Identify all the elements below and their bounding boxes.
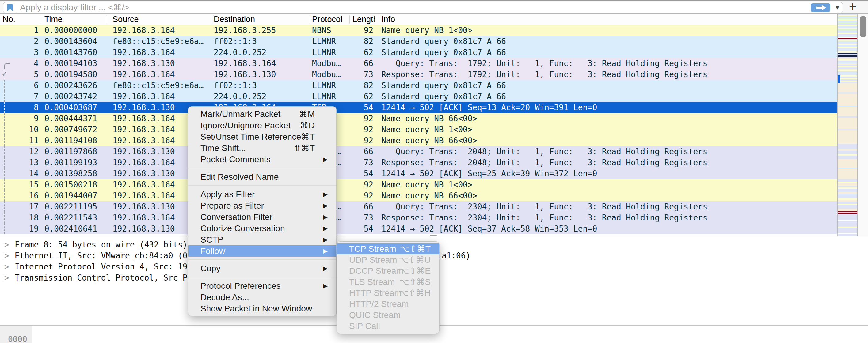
packet-row[interactable]: 19 0.002410641 192.168.3.130 54 12414 → … <box>0 223 837 234</box>
context-menu-item[interactable]: Follow ▶ <box>188 245 336 256</box>
column-header-source[interactable]: Source <box>113 14 209 25</box>
packet-row[interactable]: 7 0.000243742 192.168.3.164 224.0.0.252 … <box>0 91 837 102</box>
menu-item-label: Edit Resolved Name <box>200 172 279 182</box>
packet-time: 0.001194108 <box>44 135 106 146</box>
chevron-right-icon[interactable]: > <box>4 240 9 249</box>
packet-row[interactable]: 14 0.001398258 192.168.3.130 54 12414 → … <box>0 168 837 179</box>
packet-row[interactable]: 12 0.001197868 192.168.3.130 Modbu… 66 Q… <box>0 146 837 157</box>
menu-separator <box>188 256 336 263</box>
packet-row[interactable]: 17 0.002211195 192.168.3.130 Modbu… 66 Q… <box>0 201 837 212</box>
menu-item-label: Set/Unset Time Reference <box>200 132 301 141</box>
packet-protocol: Modbu… <box>312 58 349 69</box>
context-menu-item[interactable]: Mark/Unmark Packet ⌘M <box>188 108 336 120</box>
chevron-right-icon[interactable]: > <box>4 262 9 271</box>
context-menu-item[interactable]: Show Packet in New Window <box>188 303 336 314</box>
packet-no: 12 <box>0 146 39 157</box>
context-menu-item[interactable]: Set/Unset Time Reference ⌘T <box>188 131 336 142</box>
packet-info: Name query NB 66<00> <box>381 113 837 124</box>
packet-info: 12414 → 502 [ACK] Seq=13 Ack=20 Win=391 … <box>381 102 837 113</box>
packet-source: 192.168.3.130 <box>113 58 211 69</box>
packet-protocol: LLMNR <box>312 36 349 47</box>
packet-row[interactable]: 15 0.001500218 192.168.3.164 92 Name que… <box>0 179 837 190</box>
minimap-selection-marker <box>838 75 840 83</box>
chevron-right-icon[interactable]: > <box>4 273 9 282</box>
context-menu-item[interactable]: Colorize Conversation ▶ <box>188 222 336 234</box>
packet-source: 192.168.3.164 <box>113 25 211 36</box>
packet-destination: 192.168.3.164 <box>214 58 309 69</box>
packet-source: 192.168.3.164 <box>113 91 211 102</box>
packet-no: 8 <box>0 102 39 113</box>
submenu-arrow-icon: ▶ <box>323 154 328 165</box>
packet-time: 0.002211543 <box>44 212 106 223</box>
context-menu-item[interactable]: Edit Resolved Name <box>188 171 336 182</box>
packet-time: 0.000194103 <box>44 58 106 69</box>
context-menu-item[interactable]: Apply as Filter ▶ <box>188 188 336 200</box>
packet-time: 0.000403687 <box>44 102 106 113</box>
packet-no: 5 <box>0 69 39 80</box>
packet-row[interactable]: 18 0.002211543 192.168.3.164 Modbu… 73 R… <box>0 212 837 223</box>
menu-item-shortcut: ⌥⇧⌘U <box>399 254 431 266</box>
packet-length: 73 <box>349 212 373 223</box>
filter-bookmark-button[interactable] <box>3 2 17 13</box>
packet-time: 0.000243626 <box>44 80 106 91</box>
scrollbar-thumb[interactable] <box>860 16 866 37</box>
menu-item-label: Conversation Filter <box>200 212 273 222</box>
context-menu-item[interactable]: Time Shift... ⇧⌘T <box>188 142 336 154</box>
packet-length: 92 <box>349 25 373 36</box>
context-menu-item[interactable]: SCTP ▶ <box>188 234 336 245</box>
packet-destination: 192.168.3.130 <box>214 69 309 80</box>
packet-row[interactable]: 16 0.001944007 192.168.3.164 92 Name que… <box>0 190 837 201</box>
packet-minimap[interactable] <box>837 14 858 236</box>
menu-item-label: Mark/Unmark Packet <box>200 109 280 119</box>
packet-row[interactable]: 4 0.000194103 192.168.3.130 192.168.3.16… <box>0 58 837 69</box>
context-menu-item[interactable]: Packet Comments ▶ <box>188 154 336 165</box>
chevron-right-icon[interactable]: > <box>4 251 9 260</box>
display-filter-input[interactable] <box>20 2 755 13</box>
packet-row[interactable]: 10 0.000749672 192.168.3.164 92 Name que… <box>0 124 837 135</box>
context-menu-item[interactable]: Copy ▶ <box>188 263 336 274</box>
context-menu-item[interactable]: Prepare as Filter ▶ <box>188 200 336 211</box>
packet-destination: 224.0.0.252 <box>214 91 309 102</box>
packet-info: 12414 → 502 [ACK] Seq=37 Ack=58 Win=353 … <box>381 223 837 234</box>
packet-time: 0.001944007 <box>44 190 106 201</box>
packet-info: Query: Trans: 2304; Unit: 1, Func: 3: Re… <box>381 201 837 212</box>
packet-row[interactable]: 8 0.000403687 192.168.3.130 192.168.3.16… <box>0 102 837 113</box>
packet-row[interactable]: 6 0.000243626 fe80::c15:c5e9:e6a… ff02::… <box>0 80 837 91</box>
packet-row[interactable]: ✓ 5 0.000194580 192.168.3.164 192.168.3.… <box>0 69 837 80</box>
packet-time: 0.001199193 <box>44 157 106 168</box>
packet-row[interactable]: 13 0.001199193 192.168.3.164 Modbu… 73 R… <box>0 157 837 168</box>
column-header-protocol[interactable]: Protocol <box>312 14 348 25</box>
context-menu-item[interactable]: Protocol Preferences ▶ <box>188 280 336 291</box>
packet-time: 0.000143604 <box>44 36 106 47</box>
packet-no: 3 <box>0 47 39 58</box>
column-header-no[interactable]: No. <box>2 14 39 25</box>
packet-length: 62 <box>349 47 373 58</box>
context-menu-item[interactable]: Decode As... <box>188 291 336 303</box>
filter-toolbar: ▾ + <box>0 0 868 14</box>
packet-info: Response: Trans: 2304; Unit: 1, Func: 3:… <box>381 212 837 223</box>
follow-submenu-item[interactable]: TCP Stream ⌥⇧⌘T <box>337 243 439 254</box>
column-header-length[interactable]: Length <box>352 14 375 25</box>
follow-submenu-item: TLS Stream ⌥⇧⌘S <box>337 277 439 287</box>
context-menu-item[interactable]: Ignore/Unignore Packet ⌘D <box>188 120 336 131</box>
packet-time: 0.000000000 <box>44 25 106 36</box>
menu-separator <box>188 274 336 280</box>
packet-row[interactable]: 2 0.000143604 fe80::c15:c5e9:e6a… ff02::… <box>0 36 837 47</box>
bookmark-icon <box>7 4 12 11</box>
column-header-info[interactable]: Info <box>381 14 504 25</box>
submenu-arrow-icon: ▶ <box>323 200 328 211</box>
packet-row[interactable]: 11 0.001194108 192.168.3.164 92 Name que… <box>0 135 837 146</box>
packet-destination: 192.168.3.255 <box>214 25 309 36</box>
packet-row[interactable]: 9 0.000444371 192.168.3.164 92 Name quer… <box>0 113 837 124</box>
add-filter-button[interactable]: + <box>846 0 860 13</box>
context-menu-item[interactable]: Conversation Filter ▶ <box>188 211 336 222</box>
packet-row[interactable]: 1 0.000000000 192.168.3.164 192.168.3.25… <box>0 25 837 36</box>
filter-dropdown-caret[interactable]: ▾ <box>833 2 842 13</box>
packet-info: Standard query 0x81c7 A 66 <box>381 36 837 47</box>
packet-row[interactable]: 3 0.000143760 192.168.3.164 224.0.0.252 … <box>0 47 837 58</box>
vertical-scrollbar[interactable] <box>858 14 868 236</box>
apply-filter-button[interactable] <box>811 3 830 12</box>
column-header-time[interactable]: Time <box>44 14 104 25</box>
column-header-destination[interactable]: Destination <box>214 14 307 25</box>
packet-no: 1 <box>0 25 39 36</box>
